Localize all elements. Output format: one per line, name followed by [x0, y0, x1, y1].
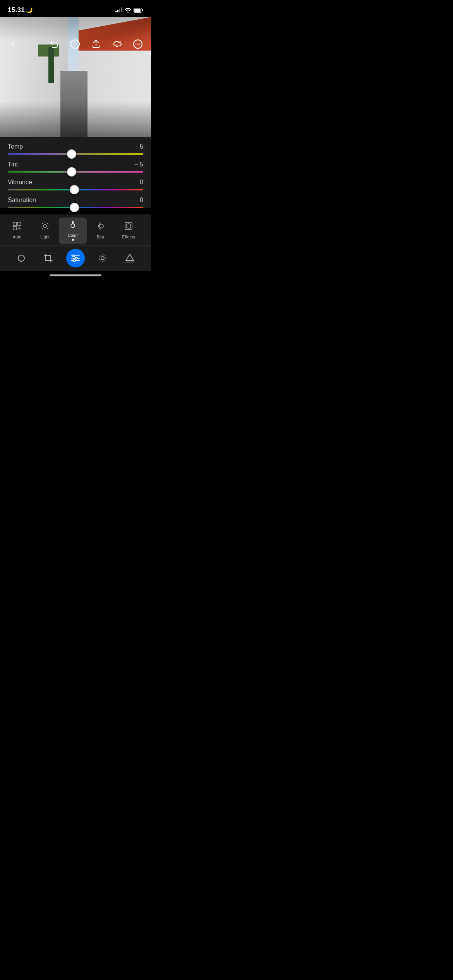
more-options-button[interactable] — [131, 37, 145, 51]
blur-icon — [96, 221, 105, 233]
temp-label: Temp — [8, 143, 23, 150]
tab-blur[interactable]: Blur — [87, 219, 115, 242]
tint-slider-group: Tint – 5 — [8, 161, 143, 173]
blur-label: Blur — [97, 235, 105, 239]
light-label: Light — [40, 235, 50, 239]
saturation-slider-group: Saturation 0 — [8, 197, 143, 208]
effects-label: Effects — [122, 235, 135, 239]
vibrance-slider-group: Vibrance 0 — [8, 179, 143, 190]
light-icon — [40, 221, 50, 233]
effects-icon — [124, 221, 133, 233]
signal-bar-1 — [115, 11, 117, 12]
back-button[interactable]: ‹ — [6, 37, 20, 51]
crop-button[interactable] — [39, 249, 58, 267]
tab-effects[interactable]: Effects — [115, 219, 142, 242]
tab-auto[interactable]: Auto — [3, 219, 31, 242]
svg-point-8 — [137, 44, 139, 45]
edit-tabs: Auto Light Color — [0, 214, 151, 245]
signal-bar-2 — [117, 10, 118, 12]
crop-icon — [43, 253, 54, 264]
svg-marker-31 — [126, 254, 134, 260]
saturation-thumb[interactable] — [70, 203, 79, 212]
svg-point-18 — [126, 224, 131, 228]
controls-area: Temp – 5 Tint – 5 Vibrance 0 Saturation … — [0, 137, 151, 208]
auto-label: Auto — [13, 235, 22, 239]
color-active-dot — [72, 239, 74, 241]
tint-label: Tint — [8, 161, 18, 168]
tint-thumb[interactable] — [67, 167, 76, 176]
photo-section: ‹ ? — [0, 17, 151, 137]
share-button[interactable] — [89, 37, 103, 51]
cloud-save-button[interactable]: + — [110, 37, 124, 51]
adjust-icon — [70, 253, 81, 264]
svg-point-13 — [43, 224, 46, 228]
svg-rect-10 — [13, 222, 17, 226]
temp-thumb[interactable] — [67, 149, 76, 159]
saturation-label: Saturation — [8, 197, 36, 204]
wifi-icon — [125, 8, 131, 13]
home-bar — [50, 274, 101, 276]
svg-rect-11 — [17, 222, 21, 226]
erase-button[interactable] — [120, 249, 139, 267]
color-icon — [68, 220, 77, 231]
color-label: Color — [68, 233, 78, 238]
tint-value: – 5 — [135, 161, 143, 168]
svg-point-7 — [136, 44, 137, 45]
svg-point-9 — [139, 44, 141, 45]
svg-point-28 — [74, 260, 76, 262]
tab-detail[interactable]: Detail — [142, 219, 151, 242]
svg-point-30 — [99, 255, 106, 262]
toolbar-right: ? + — [47, 37, 145, 51]
help-button[interactable]: ? — [68, 37, 82, 51]
tabs-row: Auto Light Color — [0, 218, 151, 244]
vibrance-label: Vibrance — [8, 179, 32, 186]
tab-light[interactable]: Light — [31, 219, 59, 242]
saturation-value: 0 — [140, 197, 143, 204]
vibrance-thumb[interactable] — [70, 185, 79, 194]
signal-bar-4 — [121, 7, 122, 12]
svg-point-16 — [100, 224, 103, 228]
status-time: 15.31🌙 — [8, 6, 33, 14]
saturation-track[interactable] — [8, 207, 143, 208]
svg-rect-1 — [142, 9, 143, 11]
signal-bars — [115, 8, 122, 12]
svg-rect-2 — [134, 9, 141, 12]
undo-button[interactable] — [47, 37, 61, 51]
erase-icon — [124, 253, 135, 264]
adjust-button[interactable] — [66, 249, 85, 267]
svg-rect-12 — [13, 226, 17, 230]
temp-track[interactable] — [8, 153, 143, 155]
home-indicator — [0, 271, 151, 279]
top-toolbar: ‹ ? — [0, 34, 151, 54]
status-bar: 15.31🌙 — [0, 0, 151, 17]
svg-point-29 — [101, 257, 104, 260]
tab-color[interactable]: Color — [59, 218, 87, 244]
svg-point-26 — [73, 255, 75, 257]
mix-icon — [16, 253, 27, 264]
status-icons — [115, 8, 143, 13]
signal-bar-3 — [119, 9, 120, 12]
mix-button[interactable] — [12, 249, 31, 267]
vibrance-track[interactable] — [8, 189, 143, 190]
battery-icon — [134, 8, 143, 13]
auto-icon — [12, 221, 22, 233]
svg-text:+: + — [119, 40, 121, 44]
vibrance-value: 0 — [140, 179, 143, 186]
selective-button[interactable] — [93, 249, 112, 267]
svg-point-27 — [76, 257, 77, 259]
tint-track[interactable] — [8, 171, 143, 173]
svg-text:?: ? — [74, 41, 77, 47]
temp-slider-group: Temp – 5 — [8, 143, 143, 155]
selective-icon — [97, 253, 108, 264]
temp-value: – 5 — [135, 143, 143, 150]
bottom-toolbar — [0, 245, 151, 271]
moon-icon: 🌙 — [26, 7, 33, 13]
